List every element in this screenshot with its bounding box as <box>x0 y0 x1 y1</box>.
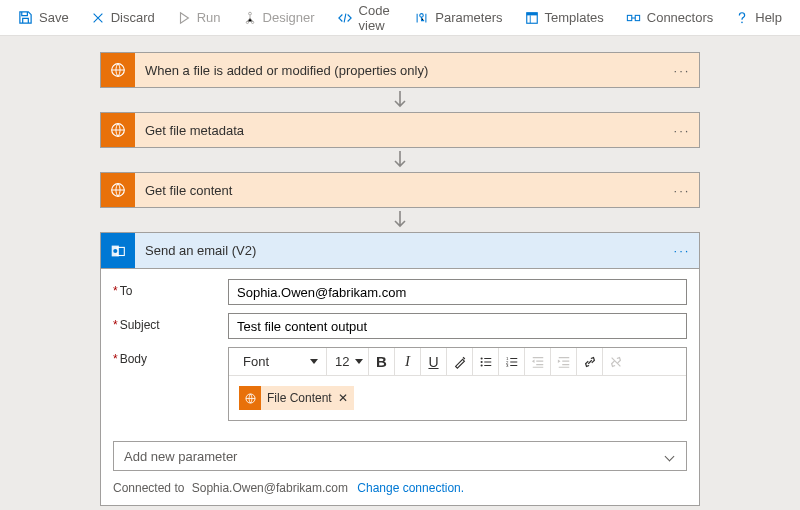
svg-point-15 <box>480 357 482 359</box>
help-button[interactable]: Help <box>725 6 792 29</box>
fontcolor-button[interactable] <box>447 348 473 375</box>
svg-point-8 <box>741 21 743 23</box>
add-param-label: Add new parameter <box>124 449 237 464</box>
trigger-step[interactable]: When a file is added or modified (proper… <box>100 52 700 88</box>
step-more-button[interactable]: ··· <box>665 63 699 78</box>
parameters-icon <box>414 11 429 25</box>
svg-point-0 <box>248 12 251 15</box>
action-step[interactable]: Get file metadata ··· <box>100 112 700 148</box>
designer-label: Designer <box>263 10 315 25</box>
subject-input[interactable] <box>228 313 687 339</box>
body-editor: Font 12 B I U 123 <box>228 347 687 421</box>
discard-label: Discard <box>111 10 155 25</box>
step-more-button[interactable]: ··· <box>665 123 699 138</box>
link-button[interactable] <box>577 348 603 375</box>
designer-button[interactable]: Designer <box>233 6 325 29</box>
step-more-button[interactable]: ··· <box>665 243 699 258</box>
svg-text:3: 3 <box>505 363 508 368</box>
file-content-chip[interactable]: File Content ✕ <box>239 386 354 410</box>
connectors-label: Connectors <box>647 10 713 25</box>
svg-point-16 <box>480 360 482 362</box>
save-label: Save <box>39 10 69 25</box>
send-email-card: Send an email (V2) ··· *To *Subject *Bod… <box>100 232 700 506</box>
parameters-button[interactable]: Parameters <box>404 6 512 29</box>
save-icon <box>18 10 33 25</box>
sharepoint-icon <box>101 173 135 207</box>
bold-button[interactable]: B <box>369 348 395 375</box>
change-connection-link[interactable]: Change connection. <box>351 481 464 495</box>
to-input[interactable] <box>228 279 687 305</box>
caret-icon <box>310 359 318 364</box>
sharepoint-icon <box>101 53 135 87</box>
chevron-down-icon <box>666 453 676 459</box>
bulletlist-button[interactable] <box>473 348 499 375</box>
templates-icon <box>525 11 539 25</box>
svg-point-14 <box>113 248 117 252</box>
underline-button[interactable]: U <box>421 348 447 375</box>
font-select[interactable]: Font <box>235 348 327 375</box>
code-icon <box>337 11 353 25</box>
svg-point-1 <box>246 21 248 23</box>
svg-point-17 <box>480 364 482 366</box>
connectors-button[interactable]: Connectors <box>616 6 723 29</box>
connectors-icon <box>626 11 641 25</box>
svg-rect-5 <box>526 12 537 15</box>
chip-label: File Content <box>267 391 332 405</box>
help-label: Help <box>755 10 782 25</box>
save-button[interactable]: Save <box>8 6 79 29</box>
unlink-button[interactable] <box>603 348 629 375</box>
run-button[interactable]: Run <box>167 6 231 29</box>
run-label: Run <box>197 10 221 25</box>
arrow-icon <box>392 88 408 112</box>
action-step[interactable]: Get file content ··· <box>100 172 700 208</box>
body-label: *Body <box>113 347 228 366</box>
arrow-icon <box>392 208 408 232</box>
outlook-icon <box>101 233 135 268</box>
toolbar: Save Discard Run Designer Code view Para… <box>0 0 800 36</box>
designer-canvas: When a file is added or modified (proper… <box>0 36 800 510</box>
step-title: Send an email (V2) <box>135 243 665 258</box>
templates-button[interactable]: Templates <box>515 6 614 29</box>
designer-icon <box>243 11 257 25</box>
codeview-label: Code view <box>359 3 393 33</box>
connection-info: Connected to Sophia.Owen@fabrikam.com Ch… <box>101 481 699 505</box>
chip-remove-button[interactable]: ✕ <box>338 391 348 405</box>
templates-label: Templates <box>545 10 604 25</box>
sharepoint-icon <box>101 113 135 147</box>
step-more-button[interactable]: ··· <box>665 183 699 198</box>
svg-rect-6 <box>627 15 631 20</box>
fontsize-select[interactable]: 12 <box>327 348 369 375</box>
codeview-button[interactable]: Code view <box>327 0 403 37</box>
close-icon <box>91 11 105 25</box>
step-title: Get file content <box>135 183 665 198</box>
add-parameter-select[interactable]: Add new parameter <box>113 441 687 471</box>
subject-label: *Subject <box>113 313 228 332</box>
indent-button[interactable] <box>551 348 577 375</box>
help-icon <box>735 11 749 25</box>
body-content[interactable]: File Content ✕ <box>229 376 686 420</box>
italic-button[interactable]: I <box>395 348 421 375</box>
outdent-button[interactable] <box>525 348 551 375</box>
svg-point-3 <box>420 13 424 17</box>
svg-point-2 <box>251 21 253 23</box>
step-title: When a file is added or modified (proper… <box>135 63 665 78</box>
connection-email: Sophia.Owen@fabrikam.com <box>188 481 348 495</box>
sharepoint-icon <box>239 386 261 410</box>
play-icon <box>177 11 191 25</box>
send-email-header[interactable]: Send an email (V2) ··· <box>101 233 699 269</box>
step-title: Get file metadata <box>135 123 665 138</box>
email-form: *To *Subject *Body Font 12 B I U <box>101 269 699 437</box>
parameters-label: Parameters <box>435 10 502 25</box>
editor-toolbar: Font 12 B I U 123 <box>229 348 686 376</box>
caret-icon <box>355 359 363 364</box>
svg-rect-7 <box>635 15 639 20</box>
arrow-icon <box>392 148 408 172</box>
numberlist-button[interactable]: 123 <box>499 348 525 375</box>
to-label: *To <box>113 279 228 298</box>
discard-button[interactable]: Discard <box>81 6 165 29</box>
